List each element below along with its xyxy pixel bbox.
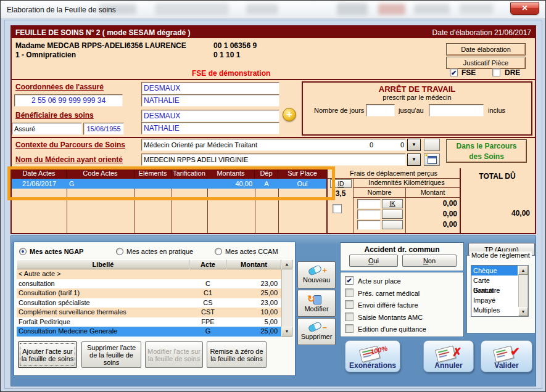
id-button[interactable]: ID — [330, 179, 352, 188]
radio-pratique[interactable] — [116, 248, 123, 255]
blurred-background — [155, 3, 229, 15]
orienting-doctor-combo[interactable]: MEDECIN RPPS ADELI VIRGINIE — [141, 153, 406, 166]
beneficiary-firstname-field[interactable] — [141, 122, 279, 134]
list-item[interactable]: consultationC23,00 — [17, 279, 281, 289]
dre-checkbox[interactable] — [492, 68, 500, 76]
remove-act-button[interactable]: Supprimer l'acte de la feuille de soins — [81, 341, 141, 368]
quittance-label[interactable]: Edition d'une quittance — [358, 325, 426, 333]
blurred-background — [246, 4, 278, 14]
context-extra-button[interactable] — [424, 139, 440, 151]
carnet-medical-label[interactable]: Prés. carnet médical — [358, 290, 420, 297]
col-header-elements: Eléments — [134, 168, 172, 179]
add-beneficiary-button[interactable]: + — [283, 108, 296, 121]
table-gridline — [207, 189, 208, 233]
new-act-button[interactable]: + Nouveau — [297, 261, 336, 288]
accident-non-button[interactable]: Non — [402, 255, 457, 267]
justificatif-piece-button[interactable]: Justicatif Pièce — [446, 57, 526, 69]
cancel-button[interactable]: ✗ Annuler — [423, 340, 474, 372]
payment-scrollbar-track[interactable] — [518, 275, 528, 307]
list-item[interactable]: Forfait PeditriqueFPE5,00 — [17, 317, 281, 327]
radio-ngap[interactable] — [19, 248, 27, 255]
row-surplace: Oui — [278, 179, 326, 189]
orienting-doctor-label[interactable]: Nom du Médecin ayant orienté — [15, 155, 123, 164]
quittance-checkbox[interactable] — [345, 324, 354, 333]
list-header-montant[interactable]: Montant — [226, 259, 281, 269]
payment-scroll-down[interactable]: ▼ — [518, 307, 528, 316]
ik-button[interactable]: IK — [382, 199, 403, 208]
payment-scroll-up[interactable]: ▲ — [518, 266, 528, 275]
ik-input-1[interactable] — [357, 199, 381, 209]
dre-label: DRE — [505, 68, 520, 77]
table-gridline — [134, 189, 135, 233]
ik-input-2[interactable] — [357, 210, 381, 219]
payment-option[interactable]: Gratuit — [471, 285, 518, 295]
beneficiary-lastname-field[interactable] — [141, 110, 279, 122]
doctor-dropdown-button[interactable]: ▼ — [407, 153, 421, 166]
accident-oui-button[interactable]: Oui — [349, 255, 398, 267]
until-field[interactable] — [429, 104, 484, 116]
context-dropdown-button[interactable]: ▼ — [407, 139, 421, 151]
list-item[interactable]: Complément surveillance thermalesCST10,0… — [17, 308, 281, 317]
radio-ccam[interactable] — [215, 248, 222, 255]
ik-input-3[interactable] — [357, 220, 381, 230]
practitioner-code-1: 00 1 06356 9 — [213, 41, 257, 50]
titlebar: Elaboration de la Feuille de soins — [1, 1, 545, 19]
list-item-selected[interactable]: Consultation Medecine GeneraleG25,00 — [17, 327, 281, 337]
saisie-amc-label[interactable]: Saisie Montants AMC — [358, 314, 423, 321]
validate-button[interactable]: ✔ Valider — [481, 340, 532, 372]
beneficiary-label[interactable]: Bénéficiaire des soins — [15, 111, 94, 120]
insured-section-label[interactable]: Coordonnées de l'assuré — [15, 83, 104, 91]
modify-item-button[interactable]: ↻ Modifier — [297, 290, 336, 317]
montant-header: Montant — [406, 189, 460, 196]
list-item[interactable]: Consultation (tarif 1)C125,00 — [17, 288, 281, 298]
acte-sur-place-checkbox[interactable]: ✔ — [345, 276, 354, 285]
list-header-acte[interactable]: Acte — [189, 259, 226, 269]
payment-option[interactable]: Multiples — [471, 305, 518, 315]
envoi-differe-checkbox[interactable] — [345, 300, 354, 309]
new-doctor-button[interactable] — [424, 153, 440, 166]
travel-checkbox[interactable] — [333, 204, 342, 213]
reset-sheet-button[interactable]: Remise à zéro de la feuille de soins — [207, 341, 267, 368]
arrow-down-icon: ▼ — [521, 309, 526, 314]
fse-checkbox[interactable]: ✔ — [450, 68, 458, 76]
carnet-medical-checkbox[interactable] — [345, 288, 354, 297]
care-path-context-value: Médecin Orienté par Médecin Traitant — [144, 141, 257, 149]
list-header-libelle[interactable]: Libellé — [17, 259, 189, 269]
nir-field[interactable] — [14, 94, 123, 107]
payment-option[interactable]: Carte Bancaire — [471, 276, 518, 285]
radio-pratique-label[interactable]: Mes actes en pratique — [126, 248, 193, 255]
list-scroll-down[interactable]: ▼ — [281, 327, 292, 337]
list-item[interactable]: Consultation spécialisteCS23,00 — [17, 298, 281, 308]
list-scrollbar-track[interactable] — [281, 269, 292, 327]
exonerations-button[interactable]: 100% Exonérations — [345, 340, 400, 372]
add-act-button[interactable]: Ajouter l'acte sur la feuille de soins — [18, 341, 77, 368]
close-button[interactable]: ✕ — [510, 2, 539, 15]
ik-blank-button-2[interactable] — [382, 220, 403, 229]
saisie-amc-checkbox[interactable] — [345, 312, 354, 321]
modify-act-button[interactable]: Modifier l'acte sur la feuille de soins — [145, 341, 203, 368]
date-elaboration-button[interactable]: Date élaboration — [446, 43, 526, 55]
insured-lastname-field[interactable] — [141, 82, 279, 94]
table-gridline — [255, 189, 255, 233]
acts-table-selected-row[interactable]: 21/06/2017 G 40,00 A Oui — [12, 179, 326, 189]
payment-option-selected[interactable]: Chèque — [471, 266, 518, 276]
radio-ccam-label[interactable]: Mes actes CCAM — [225, 248, 278, 255]
plus-icon: + — [286, 109, 292, 120]
in-care-path-box[interactable]: Dans le Parcours des Soins — [446, 139, 527, 163]
table-gridline — [12, 198, 326, 199]
blurred-background — [378, 4, 405, 15]
birth-date-field[interactable] — [83, 123, 124, 135]
days-field[interactable] — [366, 104, 395, 116]
list-scroll-up[interactable]: ▲ — [281, 259, 292, 269]
acte-sur-place-label[interactable]: Acte sur place — [358, 277, 401, 285]
payment-option[interactable]: Impayé — [471, 295, 518, 305]
list-item[interactable]: < Autre acte > — [17, 269, 281, 279]
quality-field[interactable] — [12, 123, 82, 135]
radio-ngap-label[interactable]: Mes actes NGAP — [30, 248, 83, 255]
envoi-differe-label[interactable]: Envoi différé facture — [358, 301, 418, 309]
insured-firstname-field[interactable] — [141, 94, 279, 107]
delete-item-button[interactable]: − Supprimer — [297, 318, 336, 345]
care-path-context-label[interactable]: Contexte du Parcours de Soins — [15, 141, 125, 149]
care-path-context-combo[interactable]: Médecin Orienté par Médecin Traitant 0 0 — [141, 139, 406, 151]
ik-blank-button-1[interactable] — [382, 210, 403, 219]
